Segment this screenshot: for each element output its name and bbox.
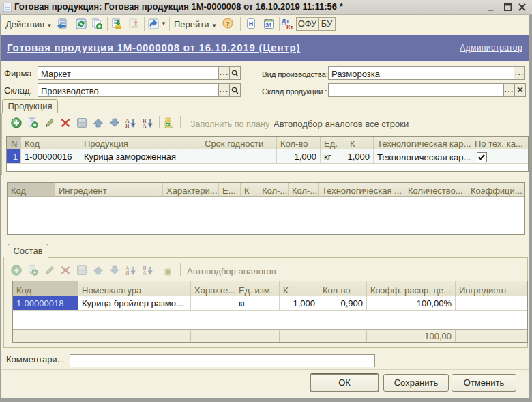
svg-text:?: ?: [226, 20, 229, 27]
svg-text:31: 31: [265, 22, 272, 29]
svg-text:А: А: [143, 270, 147, 276]
svg-text:сох: сох: [80, 124, 84, 127]
svg-text:Н: Н: [249, 20, 254, 27]
svg-text:А: А: [143, 123, 147, 128]
svg-text:t: t: [171, 124, 173, 128]
svg-text:Я: Я: [125, 123, 130, 128]
svg-text:Я: Я: [125, 270, 130, 276]
